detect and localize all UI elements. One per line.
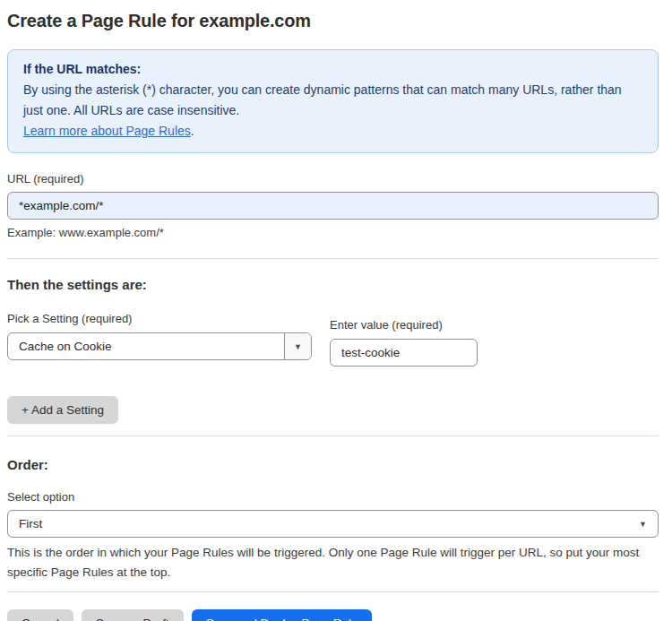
add-setting-button[interactable]: + Add a Setting — [7, 396, 118, 424]
learn-more-link[interactable]: Learn more about Page Rules — [23, 124, 191, 138]
pick-setting-label: Pick a Setting (required) — [7, 312, 312, 325]
chevron-down-icon: ▼ — [294, 342, 302, 351]
order-helper-text: This is the order in which your Page Rul… — [7, 543, 659, 582]
save-as-draft-button[interactable]: Save as Draft — [82, 609, 184, 621]
setting-select[interactable]: Cache on Cookie ▼ — [7, 332, 312, 360]
divider — [7, 591, 659, 592]
url-input[interactable] — [7, 192, 659, 220]
save-and-deploy-button[interactable]: Save and Deploy Page Rule — [192, 609, 373, 621]
create-page-rule-form: Create a Page Rule for example.com If th… — [0, 0, 672, 621]
cancel-button[interactable]: Cancel — [7, 609, 73, 621]
page-title: Create a Page Rule for example.com — [7, 11, 659, 31]
link-period: . — [191, 124, 194, 138]
settings-row: Pick a Setting (required) Cache on Cooki… — [7, 312, 659, 367]
chevron-down-icon: ▼ — [639, 520, 647, 529]
enter-value-label: Enter value (required) — [330, 318, 478, 332]
settings-section-heading: Then the settings are: — [7, 277, 659, 292]
order-select-label: Select option — [7, 490, 659, 504]
url-example-helper: Example: www.example.com/* — [7, 226, 659, 239]
footer-actions: Cancel Save as Draft Save and Deploy Pag… — [7, 609, 659, 621]
order-section-heading: Order: — [7, 457, 659, 472]
setting-select-value: Cache on Cookie — [8, 333, 284, 359]
order-select[interactable]: First ▼ — [7, 510, 659, 538]
setting-value-input[interactable] — [330, 339, 478, 367]
info-box-link-line: Learn more about Page Rules. — [23, 121, 642, 142]
pick-setting-column: Pick a Setting (required) Cache on Cooki… — [7, 312, 312, 360]
info-box-heading: If the URL matches: — [23, 59, 642, 80]
divider — [7, 258, 659, 259]
url-match-info-box: If the URL matches: By using the asteris… — [7, 49, 659, 153]
url-field-label: URL (required) — [7, 172, 659, 185]
info-box-body: By using the asterisk (*) character, you… — [23, 80, 642, 121]
divider — [7, 436, 659, 436]
enter-value-column: Enter value (required) — [330, 318, 478, 367]
setting-select-arrow-button[interactable]: ▼ — [284, 333, 311, 359]
order-select-value: First — [19, 517, 42, 530]
